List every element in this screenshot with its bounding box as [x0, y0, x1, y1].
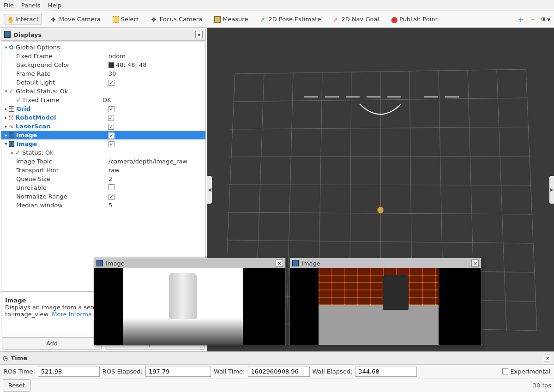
remove-display-icon[interactable]: －: [529, 14, 537, 25]
close-icon[interactable]: ×: [195, 31, 203, 38]
tool-2d-nav[interactable]: ➚2D Nav Goal: [330, 14, 382, 24]
tree-background-color[interactable]: Background Color 48; 48; 48: [1, 60, 205, 69]
tree-unreliable[interactable]: Unreliable: [1, 183, 205, 192]
svg-line-20: [526, 69, 537, 331]
tree-image2-status[interactable]: ▸✓ Status: Ok: [1, 148, 205, 157]
checkbox-icon[interactable]: ✓: [108, 115, 114, 121]
tool-move-camera[interactable]: ✥Move Camera: [48, 14, 104, 24]
reset-button[interactable]: Reset: [3, 379, 30, 392]
experimental-toggle[interactable]: Experimental: [502, 368, 550, 375]
tree-laserscan[interactable]: ▸∿ LaserScan ✓: [1, 122, 205, 131]
displays-icon: [4, 31, 11, 38]
image-panel-depth[interactable]: Image ×: [94, 258, 286, 345]
tree-global-options[interactable]: ▾✿ Global Options: [1, 43, 205, 52]
checkbox-icon[interactable]: ✓: [108, 194, 114, 200]
clock-icon: ◷: [3, 355, 8, 362]
close-icon[interactable]: ×: [471, 259, 479, 267]
image-panel-title: Image: [301, 260, 320, 267]
visibility-icon[interactable]: 👁▾: [541, 16, 550, 23]
more-info-link[interactable]: More Informa: [52, 311, 92, 318]
add-button[interactable]: Add: [2, 337, 102, 350]
checkbox-icon[interactable]: ✓: [108, 80, 114, 86]
toolbar: ✋Interact ✥Move Camera Select ✥Focus Cam…: [0, 11, 554, 28]
rgb-image-view: [290, 268, 481, 345]
menu-help[interactable]: Help: [48, 2, 62, 9]
close-icon[interactable]: ×: [276, 259, 283, 267]
menu-file[interactable]: FFileile: [4, 2, 14, 9]
tree-default-light[interactable]: Default Light ✓: [1, 78, 205, 87]
main-area: Displays × ▾✿ Global Options Fixed Frame…: [0, 28, 554, 351]
displays-panel-title[interactable]: Displays ×: [1, 29, 206, 41]
pin-icon: ⬤: [391, 16, 397, 23]
laser-icon: ∿: [9, 123, 14, 130]
ruler-icon: [214, 16, 221, 23]
svg-line-19: [497, 70, 506, 331]
tool-focus-camera[interactable]: ✥Focus Camera: [148, 14, 205, 24]
collapse-right-icon[interactable]: ▶: [549, 176, 554, 204]
tool-select[interactable]: Select: [109, 14, 143, 24]
tree-image-2[interactable]: ▾ Image ✓: [1, 139, 205, 148]
checkbox-icon[interactable]: [502, 368, 508, 374]
grid-icon: [9, 106, 14, 112]
robot-icon: ℛ: [9, 114, 13, 121]
tree-fixed-frame-status[interactable]: ✓ Fixed Frame OK: [1, 96, 205, 104]
svg-point-28: [377, 207, 384, 213]
ros-time-label: ROS Time:: [4, 368, 35, 375]
tree-median-window[interactable]: Median window 5: [1, 201, 205, 210]
ros-time-field[interactable]: [38, 367, 100, 377]
tree-global-status[interactable]: ▾✓ Global Status: Ok: [1, 87, 205, 96]
depth-image-view: [94, 268, 285, 345]
time-panel-label: Time: [11, 355, 27, 362]
tree-normalize-range[interactable]: Normalize Range ✓: [1, 192, 205, 201]
checkbox-icon[interactable]: [108, 184, 114, 190]
tree-queue-size[interactable]: Queue Size 2: [1, 175, 205, 183]
image-panel-rgb[interactable]: Image ×: [289, 258, 482, 345]
tree-fixed-frame[interactable]: Fixed Frame odom: [1, 52, 205, 60]
footer-bar: Reset 30 fps: [0, 378, 554, 392]
tree-robotmodel[interactable]: ▸ℛ RobotModel ✓: [1, 113, 205, 122]
tree-frame-rate[interactable]: Frame Rate 30: [1, 69, 205, 78]
add-display-icon[interactable]: ＋: [517, 14, 525, 25]
image-icon: [9, 141, 14, 147]
checkbox-icon[interactable]: ✓: [108, 133, 114, 139]
checkbox-icon[interactable]: ✓: [108, 141, 114, 147]
image-icon: [9, 133, 14, 138]
svg-line-6: [227, 240, 534, 243]
tree-grid[interactable]: ▸ Grid ✓: [1, 104, 205, 113]
wall-elapsed-label: Wall Elapsed:: [313, 368, 353, 375]
displays-title-label: Displays: [13, 31, 42, 38]
wall-elapsed-field[interactable]: [355, 367, 417, 377]
menu-panels[interactable]: Panels: [21, 2, 41, 9]
tool-publish-point[interactable]: ⬤Publish Point: [388, 14, 441, 24]
time-status-bar: ROS Time: ROS Elapsed: Wall Time: Wall E…: [0, 364, 554, 378]
select-icon: [113, 16, 119, 23]
ros-elapsed-field[interactable]: [145, 367, 211, 377]
display-tree[interactable]: ▾✿ Global Options Fixed Frame odom Backg…: [1, 42, 206, 292]
close-icon[interactable]: ×: [544, 355, 551, 362]
time-panel-header[interactable]: ◷ Time ×: [0, 351, 554, 364]
pose-arrow-icon: ➚: [260, 16, 266, 23]
wall-time-label: Wall Time:: [214, 368, 245, 375]
tree-image-1[interactable]: ▸ Image ✓: [1, 131, 205, 139]
tree-image-topic[interactable]: Image Topic /camera/depth/image_raw: [1, 157, 205, 166]
tool-2d-pose[interactable]: ➚2D Pose Estimate: [257, 14, 324, 24]
focus-icon: ✥: [151, 16, 158, 23]
tool-interact[interactable]: ✋Interact: [4, 14, 42, 24]
menubar: FFileile Panels Help: [0, 0, 554, 11]
color-swatch-icon: [108, 62, 114, 68]
tool-measure[interactable]: Measure: [211, 14, 251, 24]
wall-time-field[interactable]: [248, 367, 310, 377]
image-icon: [96, 260, 103, 266]
fps-label: 30 fps: [533, 382, 551, 389]
ros-elapsed-label: ROS Elapsed:: [102, 368, 143, 375]
tree-transport-hint[interactable]: Transport Hint raw: [1, 166, 205, 175]
checkbox-icon[interactable]: ✓: [108, 124, 114, 130]
image-icon: [292, 260, 299, 266]
collapse-left-icon[interactable]: ◀: [207, 176, 212, 204]
nav-arrow-icon: ➚: [333, 16, 339, 23]
move-icon: ✥: [51, 16, 57, 23]
checkbox-icon[interactable]: ✓: [108, 106, 114, 112]
hand-icon: ✋: [7, 16, 13, 23]
image-panel-title: Image: [106, 260, 125, 267]
